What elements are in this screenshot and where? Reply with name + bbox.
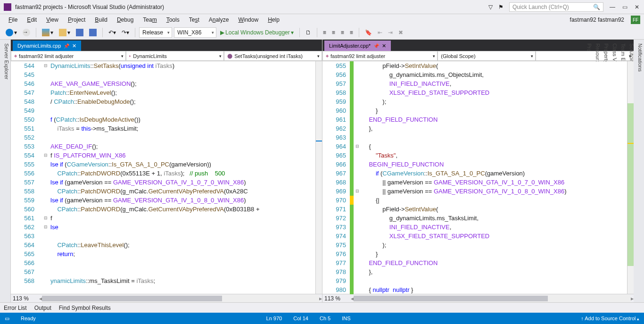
menu-help[interactable]: Help xyxy=(263,16,284,24)
left-line-gutter: 5445455465475485495505515525535545555565… xyxy=(11,61,38,294)
nav-project-combo[interactable]: ◆fastman92 limit adjuster xyxy=(322,51,438,61)
menu-file[interactable]: File xyxy=(4,16,22,24)
right-code-text[interactable]: pField->SetIntValue( g_dynamicLimits.ms_… xyxy=(360,61,627,294)
right-scrollmap[interactable] xyxy=(627,61,634,294)
bookmark-next-button[interactable]: ⇥ xyxy=(386,28,395,37)
right-fold-gutter[interactable]: ⊟⊟ xyxy=(354,61,360,294)
left-code-area[interactable]: 5445455465475485495505515525535545555565… xyxy=(11,61,322,294)
right-hscroll[interactable] xyxy=(354,295,631,302)
right-code-area[interactable]: 9559569579589599609619629639649659669679… xyxy=(322,61,634,294)
window-title: fastman92 projects - Microsoft Visual St… xyxy=(15,4,488,10)
menu-test[interactable]: Test xyxy=(184,16,204,24)
toolbox-tab[interactable]: Toolbox xyxy=(0,40,2,302)
right-navbar: ◆fastman92 limit adjuster (Global Scope) xyxy=(322,51,634,61)
tab-limitadjuster[interactable]: LimitAdjuster.cpp* 📌 ✕ xyxy=(324,41,391,51)
bookmark-button[interactable]: 🔖 xyxy=(363,28,374,37)
user-avatar[interactable]: FF xyxy=(631,16,640,24)
status-source-control[interactable]: ↑ Add to Source Control xyxy=(581,316,639,321)
redo-button[interactable]: ↷▾ xyxy=(120,28,131,37)
close-button[interactable]: ✕ xyxy=(634,4,640,10)
nav-symbol-combo[interactable] xyxy=(536,51,634,61)
left-tab-row: DynamicLimits.cpp 📌 ✕ xyxy=(11,40,322,51)
notifications-tab[interactable]: Notifications xyxy=(636,40,644,302)
menubar: File Edit View Project Build Debug Team … xyxy=(0,14,644,25)
indent-decrease-button[interactable]: ≡ xyxy=(321,28,328,37)
vs-logo-icon xyxy=(4,3,11,11)
right-bottom-bar: 113 % ◂ ▸ xyxy=(322,294,634,302)
notifications-flag-icon[interactable]: ⚑ xyxy=(498,4,504,10)
tab-dynamiclimits[interactable]: DynamicLimits.cpp 📌 ✕ xyxy=(13,41,81,51)
new-project-button[interactable]: ▾ xyxy=(40,28,55,37)
uncomment-button[interactable]: ≡ xyxy=(348,28,355,37)
right-line-gutter: 9559569579589599609619629639649659669679… xyxy=(322,61,350,294)
status-col: Col 14 xyxy=(293,316,308,321)
left-navbar: ◆fastman92 limit adjuster ▸DynamicLimits… xyxy=(11,51,322,61)
save-all-button[interactable] xyxy=(87,28,99,37)
minimize-button[interactable]: — xyxy=(609,4,616,10)
maximize-button[interactable]: ▭ xyxy=(621,4,628,10)
menu-debug[interactable]: Debug xyxy=(112,16,138,24)
open-button[interactable]: ▾ xyxy=(57,28,72,37)
quick-launch-input[interactable]: Quick Launch (Ctrl+Q) 🔍 xyxy=(509,2,603,12)
find-symbol-tab[interactable]: Find Symbol Results xyxy=(59,305,111,311)
nav-forward-button[interactable]: → xyxy=(21,28,32,37)
pin-icon[interactable]: 📌 xyxy=(373,43,379,49)
feedback-icon[interactable]: ▽ xyxy=(488,4,493,10)
solution-platform-combo[interactable]: WIN_X86 xyxy=(174,27,216,38)
nav-back-button[interactable]: ▾ xyxy=(4,28,19,37)
statusbar: ▭ Ready Ln 970 Col 14 Ch 5 INS ↑ Add to … xyxy=(0,313,644,324)
solution-config-combo[interactable]: Release xyxy=(139,27,172,38)
nav-scope-combo[interactable]: (Global Scope) xyxy=(438,51,536,61)
start-debugging-button[interactable]: ▶ Local Windows Debugger ▾ xyxy=(218,28,296,37)
menu-analyze[interactable]: Analyze xyxy=(204,16,234,24)
close-tab-icon[interactable]: ✕ xyxy=(72,43,76,49)
status-line: Ln 970 xyxy=(266,316,282,321)
pin-icon[interactable]: 📌 xyxy=(64,43,69,49)
save-button[interactable] xyxy=(74,28,85,37)
right-change-bar xyxy=(350,61,354,294)
menu-tools[interactable]: Tools xyxy=(162,16,184,24)
error-list-tab[interactable]: Error List xyxy=(4,305,27,311)
left-fold-gutter[interactable]: ⊟⊟⊟⊟ xyxy=(42,61,49,294)
bookmark-prev-button[interactable]: ⇤ xyxy=(376,28,384,37)
nav-scope-combo[interactable]: ▸DynamicLimits xyxy=(126,51,224,61)
find-in-files-button[interactable]: 🗋 xyxy=(304,28,313,37)
nav-symbol-combo[interactable]: ⬤SetTasks(unsigned int iTasks) xyxy=(224,51,322,61)
titlebar: fastman92 projects - Microsoft Visual St… xyxy=(0,0,644,14)
main-area: Server Explorer Toolbox DynamicLimits.cp… xyxy=(0,40,644,302)
bottom-panels: Error List Output Find Symbol Results xyxy=(0,302,644,313)
user-badge[interactable]: fastman92 fastman92 xyxy=(566,16,628,24)
menu-team[interactable]: Team xyxy=(138,16,161,24)
right-sidebar: Notifications Solution Explorer Team Exp… xyxy=(634,40,644,302)
status-ch: Ch 5 xyxy=(320,316,330,321)
bookmark-clear-button[interactable]: ✖ xyxy=(396,28,405,37)
menu-project[interactable]: Project xyxy=(63,16,90,24)
status-ready: Ready xyxy=(21,316,36,321)
left-zoom-combo[interactable]: 113 % xyxy=(11,295,39,302)
nav-project-combo[interactable]: ◆fastman92 limit adjuster xyxy=(11,51,126,61)
left-editor: DynamicLimits.cpp 📌 ✕ ◆fastman92 limit a… xyxy=(10,40,322,302)
menu-build[interactable]: Build xyxy=(90,16,112,24)
left-sidebar: Server Explorer Toolbox xyxy=(0,40,10,302)
right-editor: LimitAdjuster.cpp* 📌 ✕ ◆fastman92 limit … xyxy=(322,40,634,302)
menu-edit[interactable]: Edit xyxy=(22,16,41,24)
search-icon: 🔍 xyxy=(593,4,600,10)
undo-button[interactable]: ↶▾ xyxy=(107,28,118,37)
status-app-icon: ▭ xyxy=(5,316,9,322)
toolbar: ▾ → ▾ ▾ ↶▾ ↷▾ Release WIN_X86 ▶ Local Wi… xyxy=(0,25,644,40)
left-change-bar xyxy=(38,61,42,294)
menu-view[interactable]: View xyxy=(41,16,63,24)
close-tab-icon[interactable]: ✕ xyxy=(382,43,386,49)
indent-increase-button[interactable]: ≡ xyxy=(330,28,337,37)
output-tab[interactable]: Output xyxy=(34,305,51,311)
server-explorer-tab[interactable]: Server Explorer xyxy=(2,40,10,302)
left-code-text[interactable]: DynamicLimits::SetTasks(unsigned int iTa… xyxy=(49,61,315,294)
comment-button[interactable]: ≡ xyxy=(339,28,346,37)
left-bottom-bar: 113 % ◂ ▸ xyxy=(11,294,322,302)
left-scrollmap[interactable] xyxy=(315,61,322,294)
menu-window[interactable]: Window xyxy=(233,16,263,24)
status-ins: INS xyxy=(342,316,350,321)
right-zoom-combo[interactable]: 113 % xyxy=(322,295,351,302)
left-hscroll[interactable] xyxy=(42,295,319,302)
editor-group: DynamicLimits.cpp 📌 ✕ ◆fastman92 limit a… xyxy=(10,40,634,302)
